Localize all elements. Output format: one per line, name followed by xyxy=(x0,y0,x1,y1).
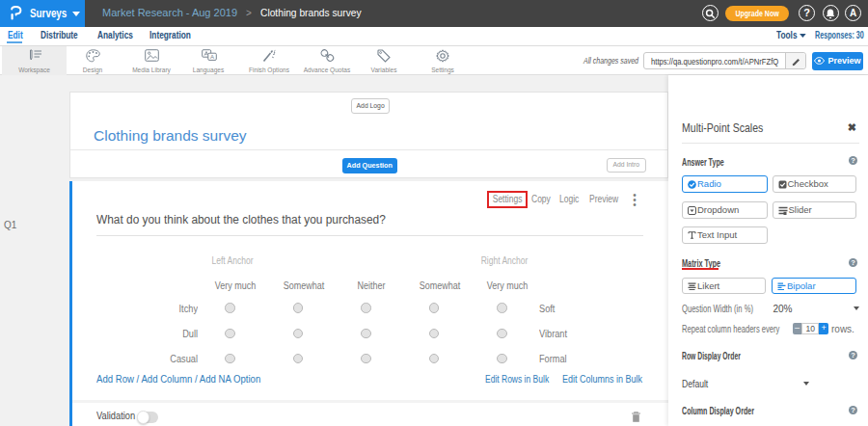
svg-text:A: A xyxy=(210,54,214,60)
